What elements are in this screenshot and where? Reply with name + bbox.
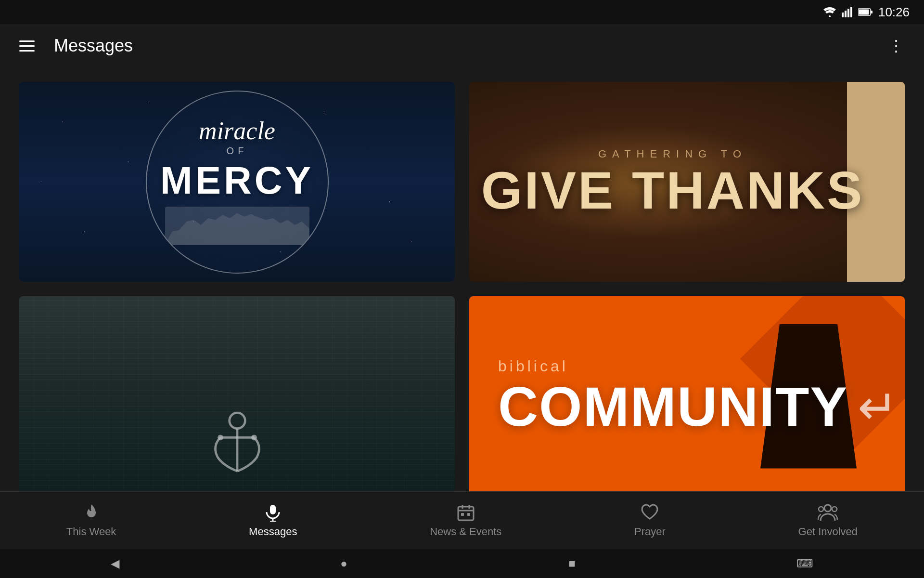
svg-rect-6 (871, 11, 873, 13)
nav-label-this-week: This Week (66, 525, 116, 538)
mercy-city-illustration (165, 207, 309, 245)
thanks-content: GATHERING TO GIVE THANKS (481, 148, 893, 216)
system-nav: ◀ ● ■ ⌨ (0, 549, 924, 578)
nav-item-this-week[interactable]: This Week (47, 499, 136, 543)
svg-rect-5 (859, 10, 869, 15)
thanks-sub-text: GATHERING TO (481, 148, 864, 160)
svg-point-21 (824, 505, 831, 512)
home-button[interactable]: ● (340, 557, 347, 570)
community-arrow-icon: ↵ (858, 379, 898, 435)
status-bar: 10:26 (0, 0, 924, 24)
nav-label-news-events: News & Events (430, 525, 501, 538)
card-ocean[interactable] (19, 296, 455, 496)
app-bar: Messages ⋮ (0, 24, 924, 67)
svg-rect-15 (458, 507, 474, 520)
status-time: 10:26 (878, 5, 910, 20)
community-content: biblical COMMUNITY ↵ (498, 357, 898, 435)
back-button[interactable]: ◀ (111, 557, 119, 570)
recent-button[interactable]: ■ (568, 557, 576, 570)
group-icon (818, 503, 838, 522)
svg-point-22 (819, 507, 823, 512)
keyboard-button[interactable]: ⌨ (796, 557, 813, 570)
svg-rect-2 (847, 9, 849, 17)
svg-rect-20 (467, 513, 470, 516)
nav-item-get-involved[interactable]: Get Involved (779, 499, 877, 543)
heart-icon (641, 503, 659, 522)
svg-point-11 (251, 435, 257, 441)
calendar-icon (457, 503, 475, 522)
community-sub-text: biblical (498, 357, 898, 375)
mercy-script-text: miracle (199, 118, 275, 144)
svg-point-7 (229, 413, 245, 429)
svg-point-10 (218, 435, 223, 441)
microphone-icon (264, 503, 282, 522)
anchor-icon (208, 409, 266, 477)
nav-item-messages[interactable]: Messages (230, 499, 316, 543)
nav-label-prayer: Prayer (634, 525, 666, 538)
wifi-icon (823, 7, 836, 17)
mercy-circle: miracle OF MERCY (146, 91, 329, 274)
svg-rect-0 (842, 13, 844, 17)
nav-item-prayer[interactable]: Prayer (615, 499, 685, 543)
mercy-main-text: MERCY (160, 158, 314, 203)
nav-label-messages: Messages (249, 525, 297, 538)
flame-icon (82, 503, 101, 522)
nav-label-get-involved: Get Involved (798, 525, 858, 538)
card-mercy[interactable]: miracle OF MERCY (19, 82, 455, 282)
community-main-text: COMMUNITY (498, 382, 848, 432)
status-icons: 10:26 (823, 5, 910, 20)
svg-point-23 (832, 507, 837, 512)
svg-rect-1 (845, 11, 847, 17)
svg-rect-19 (461, 513, 464, 516)
nav-item-news-events[interactable]: News & Events (411, 499, 521, 543)
card-thanks[interactable]: GATHERING TO GIVE THANKS (469, 82, 905, 282)
bottom-nav: This Week Messages News & Events (0, 491, 924, 549)
page-title: Messages (54, 36, 888, 56)
signal-icon (842, 7, 852, 17)
hamburger-icon[interactable] (19, 40, 35, 52)
mercy-of-text: OF (227, 145, 248, 157)
thanks-main-text: GIVE THANKS (481, 165, 864, 216)
card-community[interactable]: biblical COMMUNITY ↵ (469, 296, 905, 496)
svg-rect-12 (270, 505, 276, 514)
more-options-icon[interactable]: ⋮ (888, 37, 905, 55)
content-grid: miracle OF MERCY GATHERING TO GIVE THANK… (0, 67, 924, 511)
battery-icon (858, 8, 873, 16)
svg-rect-3 (850, 7, 852, 17)
